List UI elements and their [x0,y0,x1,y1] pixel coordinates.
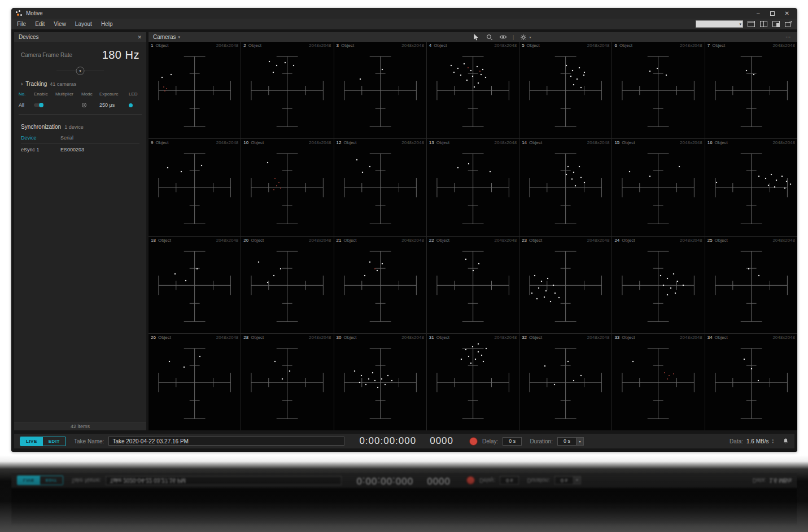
data-stepper-icon[interactable]: ▴▾ [772,438,774,444]
delay-field[interactable]: 0 s [503,437,522,446]
camera-number: 21 [337,238,342,243]
camera-tile[interactable]: 30Object2048x2048 [334,334,426,430]
camera-number: 23 [522,238,527,243]
devices-close-icon[interactable]: ✕ [137,34,142,40]
sync-device-row[interactable]: eSync 1 ES000203 [21,143,139,152]
camera-tile[interactable]: 33Object2048x2048 [612,334,704,430]
col-led[interactable]: LED [129,90,141,98]
live-edit-switch: LIVE EDIT [20,437,66,446]
take-name-input[interactable] [108,437,344,446]
cameras-panel-title[interactable]: Cameras [153,34,176,40]
camera-tile[interactable]: 23Object2048x2048 [519,237,612,333]
camera-tile[interactable]: 26Object2048x2048 [149,334,241,430]
camera-tile[interactable]: 5Object2048x2048 [519,42,612,138]
camera-tile[interactable]: 21Object2048x2048 [334,237,426,333]
camera-tile[interactable]: 1Object2048x2048 [149,42,241,138]
camera-tile[interactable]: 2Object2048x2048 [241,42,333,138]
camera-tile[interactable]: 7Object2048x2048 [705,42,797,138]
col-multiplier[interactable]: Multiplier [55,90,81,98]
select-tool-icon[interactable] [472,34,480,41]
camera-tile[interactable]: 24Object2048x2048 [612,237,704,333]
calibration-reticle-icon [241,139,333,236]
layout-selector-dropdown[interactable]: ▾ [696,20,743,28]
marker-dot [258,261,259,263]
split-layout-icon[interactable] [759,21,768,28]
camera-tile[interactable]: 32Object2048x2048 [519,334,612,430]
col-enable[interactable]: Enable [34,90,55,98]
marker-dot [167,167,168,168]
camera-tile[interactable]: 12Object2048x2048 [334,139,426,236]
camera-tile[interactable]: 18Object2048x2048 [149,237,241,333]
edit-button[interactable]: EDIT [43,437,65,446]
marker-dot [369,261,370,263]
menu-view[interactable]: View [49,19,71,29]
camera-tile[interactable]: 3Object2048x2048 [334,42,426,138]
panel-menu-icon[interactable]: ⋯ [785,34,793,40]
record-button[interactable] [469,437,478,446]
floating-window-icon[interactable] [784,21,793,28]
camera-tile[interactable]: 14Object2048x2048 [519,139,612,236]
duration-dropdown-icon[interactable]: ▾ [576,437,584,446]
close-button[interactable]: ✕ [785,10,789,16]
calibration-reticle-icon [334,334,426,430]
col-mode[interactable]: Mode [81,90,99,98]
zoom-tool-icon[interactable] [486,34,493,41]
camera-tile[interactable]: 16Object2048x2048 [705,139,797,236]
video-mode-icon[interactable] [81,100,99,110]
camera-tile[interactable]: 22Object2048x2048 [427,237,519,333]
marker-dot-red [163,86,164,88]
camera-tile[interactable]: 9Object2048x2048 [149,139,241,236]
visibility-eye-icon[interactable] [499,34,507,41]
calibration-reticle-icon [612,42,704,138]
camera-mode-label: Object [155,140,168,145]
new-layout-icon[interactable] [747,21,755,28]
tracking-count: 41 cameras [50,81,76,87]
notifications-bell-icon[interactable] [783,438,789,444]
enable-toggle[interactable] [34,103,43,107]
expander-button[interactable]: ▾ [76,67,85,75]
gear-dropdown-icon[interactable]: ▾ [529,35,531,39]
camera-resolution-label: 2048x2048 [680,335,702,340]
exposure-value[interactable]: 250 μs [99,102,129,108]
camera-resolution-label: 2048x2048 [495,335,517,340]
col-exposure[interactable]: Exposure [99,90,129,98]
marker-dot [282,378,283,380]
col-device[interactable]: Device [21,135,60,141]
camera-tile[interactable]: 15Object2048x2048 [612,139,704,236]
camera-tile[interactable]: 20Object2048x2048 [241,237,333,333]
camera-mode-label: Object [251,140,264,145]
camera-number: 16 [707,140,713,145]
items-count: 42 items [71,424,90,429]
camera-mode-label: Object [527,43,540,48]
menu-edit[interactable]: Edit [30,19,49,29]
camera-tile[interactable]: 34Object2048x2048 [705,334,797,430]
camera-tile[interactable]: 31Object2048x2048 [427,334,519,430]
camera-tile[interactable]: 6Object2048x2048 [612,42,704,138]
docking-layout-icon[interactable] [772,21,780,28]
items-count-bar: 42 items [14,422,146,430]
menu-layout[interactable]: Layout [71,19,97,29]
camera-tile[interactable]: 13Object2048x2048 [427,139,519,236]
camera-tile[interactable]: 25Object2048x2048 [705,237,797,333]
menu-help[interactable]: Help [97,19,117,29]
camera-resolution-label: 2048x2048 [216,140,239,145]
led-toggle[interactable] [129,103,133,107]
col-no[interactable]: No. [19,90,34,98]
camera-tile-header: 12Object2048x2048 [337,140,424,145]
settings-gear-icon[interactable] [519,34,527,41]
minimize-button[interactable]: – [757,10,760,16]
dropdown-arrow-icon: ▾ [739,22,741,27]
duration-field[interactable]: 0 s [557,437,576,446]
live-button[interactable]: LIVE [20,437,43,446]
tracking-section-header[interactable]: › Tracking 41 cameras [14,77,146,90]
camera-tile[interactable]: 4Object2048x2048 [427,42,519,138]
camera-tile[interactable]: 10Object2048x2048 [241,139,333,236]
maximize-button[interactable] [770,11,775,16]
marker-dot [683,285,684,286]
camera-mode-label: Object [622,335,635,340]
col-serial[interactable]: Serial [60,135,139,141]
marker-dot-red [274,178,276,179]
camera-tile[interactable]: 28Object2048x2048 [241,334,333,430]
menu-file[interactable]: File [12,19,30,29]
camera-number: 3 [337,43,339,48]
